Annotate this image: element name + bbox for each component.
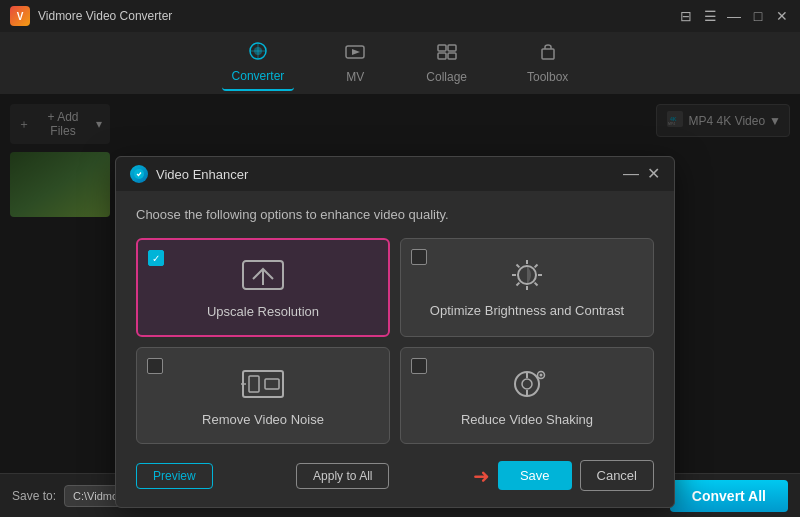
arrow-indicator: ➜ <box>473 464 490 488</box>
svg-line-20 <box>535 283 538 286</box>
shaking-checkbox[interactable] <box>411 358 427 374</box>
dialog-body: Choose the following options to enhance … <box>116 191 674 507</box>
nav-collage[interactable]: Collage <box>416 37 477 90</box>
save-button[interactable]: Save <box>498 461 572 490</box>
dialog-icon <box>130 165 148 183</box>
svg-point-32 <box>540 374 543 377</box>
minimize-button[interactable]: — <box>726 8 742 24</box>
app-icon: V <box>10 6 30 26</box>
collage-label: Collage <box>426 70 467 84</box>
dialog-header: Video Enhancer — ✕ <box>116 157 674 191</box>
brightness-icon <box>502 255 552 295</box>
maximize-button[interactable]: □ <box>750 8 766 24</box>
noise-icon <box>238 364 288 404</box>
svg-line-19 <box>517 265 520 268</box>
nav-converter[interactable]: Converter <box>222 36 295 91</box>
svg-rect-25 <box>265 379 279 389</box>
dialog-close-button[interactable]: ✕ <box>647 166 660 182</box>
upscale-label: Upscale Resolution <box>207 304 319 319</box>
shaking-icon <box>502 364 552 404</box>
nav-toolbox[interactable]: Toolbox <box>517 37 578 90</box>
nav-bar: Converter MV Collage Toolb <box>0 32 800 94</box>
option-upscale[interactable]: ✓ Upscale Resolution <box>136 238 390 337</box>
preview-button[interactable]: Preview <box>136 463 213 489</box>
video-enhancer-dialog: Video Enhancer — ✕ Choose the following … <box>115 156 675 508</box>
svg-rect-5 <box>438 53 446 59</box>
dialog-actions-right: ➜ Save Cancel <box>473 460 654 491</box>
svg-rect-7 <box>542 49 554 59</box>
svg-line-21 <box>535 265 538 268</box>
title-bar-controls: ⊟ ☰ — □ ✕ <box>678 8 790 24</box>
mv-label: MV <box>346 70 364 84</box>
dialog-title: Video Enhancer <box>156 167 248 182</box>
upscale-icon <box>238 256 288 296</box>
noise-label: Remove Video Noise <box>202 412 324 427</box>
option-shaking[interactable]: Reduce Video Shaking <box>400 347 654 444</box>
brightness-checkbox[interactable] <box>411 249 427 265</box>
save-to-label: Save to: <box>12 489 56 503</box>
dialog-header-left: Video Enhancer <box>130 165 248 183</box>
dialog-minimize-button[interactable]: — <box>623 165 639 183</box>
options-grid: ✓ Upscale Resolution <box>136 238 654 444</box>
noise-checkbox[interactable] <box>147 358 163 374</box>
apply-to-all-button[interactable]: Apply to All <box>296 463 389 489</box>
title-bar: V Vidmore Video Converter ⊟ ☰ — □ ✕ <box>0 0 800 32</box>
dialog-actions-left: Preview <box>136 463 213 489</box>
close-button[interactable]: ✕ <box>774 8 790 24</box>
nav-mv[interactable]: MV <box>334 37 376 90</box>
svg-rect-6 <box>448 53 456 59</box>
title-bar-left: V Vidmore Video Converter <box>10 6 172 26</box>
svg-rect-24 <box>249 376 259 392</box>
convert-all-button[interactable]: Convert All <box>670 480 788 512</box>
toolbox-icon <box>537 43 559 66</box>
cancel-button[interactable]: Cancel <box>580 460 654 491</box>
option-brightness[interactable]: Optimize Brightness and Contrast <box>400 238 654 337</box>
dialog-header-controls: — ✕ <box>623 165 660 183</box>
shaking-label: Reduce Video Shaking <box>461 412 593 427</box>
upscale-checkbox[interactable]: ✓ <box>148 250 164 266</box>
mv-icon <box>344 43 366 66</box>
collage-icon <box>436 43 458 66</box>
brightness-label: Optimize Brightness and Contrast <box>430 303 624 318</box>
converter-label: Converter <box>232 69 285 83</box>
svg-rect-3 <box>438 45 446 51</box>
toolbox-label: Toolbox <box>527 70 568 84</box>
option-noise[interactable]: Remove Video Noise <box>136 347 390 444</box>
apply-area: Apply to All <box>296 463 389 489</box>
main-content: ＋ + Add Files ▾ 4K MP4 MP4 4K Video ▼ <box>0 94 800 473</box>
app-title: Vidmore Video Converter <box>38 9 172 23</box>
settings-icon[interactable]: ☰ <box>702 8 718 24</box>
svg-rect-4 <box>448 45 456 51</box>
svg-line-22 <box>517 283 520 286</box>
svg-point-28 <box>522 379 532 389</box>
dialog-description: Choose the following options to enhance … <box>136 207 654 222</box>
converter-icon <box>247 42 269 65</box>
message-icon[interactable]: ⊟ <box>678 8 694 24</box>
dialog-actions: Preview Apply to All ➜ Save Cancel <box>136 460 654 491</box>
